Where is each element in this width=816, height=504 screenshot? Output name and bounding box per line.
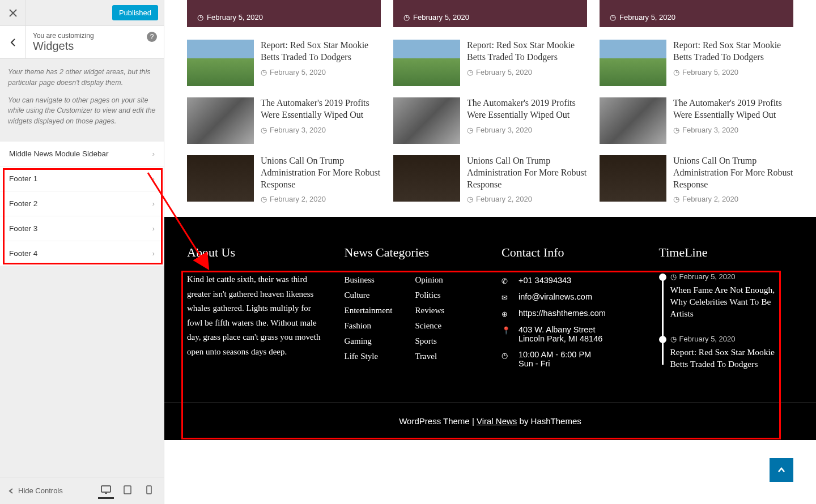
news-item[interactable]: Report: Red Sox Star Mookie Betts Traded…	[600, 40, 793, 86]
mobile-icon	[146, 485, 152, 494]
device-preview-toggles	[98, 483, 157, 499]
widget-area-list: Middle News Module Sidebar› Footer 1› Fo…	[0, 142, 164, 266]
news-item[interactable]: The Automaker's 2019 Profits Were Essent…	[393, 97, 587, 144]
news-item[interactable]: Report: Red Sox Star Mookie Betts Traded…	[393, 40, 587, 86]
chevron-right-icon: ›	[152, 224, 155, 233]
news-item[interactable]: Unions Call On Trump Administration For …	[187, 155, 381, 203]
news-item[interactable]: The Automaker's 2019 Profits Were Essent…	[187, 97, 381, 144]
contact-address: 📍403 W. Albany StreetLincoln Park, MI 48…	[502, 322, 636, 347]
news-thumbnail	[393, 40, 460, 86]
widget-area-footer-4[interactable]: Footer 4›	[0, 241, 164, 266]
timeline-item[interactable]: February 5, 2020 Report: Red Sox Star Mo…	[670, 335, 794, 370]
theme-link[interactable]: Viral News	[477, 416, 517, 426]
news-date: February 2, 2020	[673, 195, 793, 203]
sidebar-footer: Hide Controls	[0, 477, 164, 504]
category-link[interactable]: Gaming	[345, 334, 393, 349]
category-link[interactable]: Life Style	[345, 349, 393, 364]
close-button[interactable]	[0, 0, 26, 26]
chevron-right-icon: ›	[152, 150, 155, 158]
timeline-dot	[659, 336, 666, 343]
news-date: February 3, 2020	[261, 126, 381, 134]
news-thumbnail	[600, 40, 666, 86]
clock-icon	[673, 195, 679, 203]
back-button[interactable]	[0, 26, 26, 58]
desktop-preview-button[interactable]	[98, 483, 114, 499]
news-item[interactable]: Unions Call On Trump Administration For …	[393, 155, 587, 203]
category-link[interactable]: Science	[415, 318, 444, 334]
widget-area-footer-3[interactable]: Footer 3›	[0, 216, 164, 241]
hero-card[interactable]: February 5, 2020	[187, 0, 381, 27]
contact-email: ✉info@viralnews.com	[502, 289, 636, 305]
tablet-preview-button[interactable]	[120, 483, 135, 499]
clock-icon	[673, 68, 679, 76]
news-thumbnail	[187, 97, 254, 144]
svg-rect-0	[101, 486, 110, 492]
news-title: Report: Red Sox Star Mookie Betts Traded…	[261, 40, 381, 63]
mobile-preview-button[interactable]	[141, 483, 157, 499]
news-title: The Automaker's 2019 Profits Were Essent…	[673, 97, 793, 121]
chevron-right-icon: ›	[152, 249, 155, 258]
clock-icon	[670, 272, 677, 281]
clock-icon	[261, 68, 267, 76]
footer-contact: Contact Info ✆+01 34394343 ✉info@viralne…	[502, 245, 636, 385]
category-link[interactable]: Fashion	[345, 318, 393, 334]
hero-card[interactable]: February 5, 2020	[600, 0, 793, 27]
footer-credit: WordPress Theme | Viral News by HashThem…	[164, 402, 816, 440]
news-item[interactable]: The Automaker's 2019 Profits Were Essent…	[600, 97, 793, 144]
timeline-story-title: When Fame Are Not Enough, Why Celebritie…	[670, 284, 794, 320]
news-thumbnail	[187, 40, 254, 86]
category-link[interactable]: Opinion	[415, 272, 444, 288]
site-preview: February 5, 2020 February 5, 2020 Februa…	[164, 0, 816, 504]
sidebar-header: Published	[0, 0, 164, 26]
pin-icon: 📍	[502, 326, 511, 335]
news-item[interactable]: Report: Red Sox Star Mookie Betts Traded…	[187, 40, 381, 86]
close-icon	[9, 9, 17, 17]
widget-area-middle-news[interactable]: Middle News Module Sidebar›	[0, 142, 164, 166]
clock-icon	[261, 126, 267, 134]
footer-contact-title: Contact Info	[502, 245, 636, 260]
help-button[interactable]: ?	[147, 32, 157, 42]
svg-rect-2	[147, 486, 151, 494]
category-link[interactable]: Business	[345, 272, 393, 288]
news-date: February 5, 2020	[467, 68, 587, 76]
clock-icon	[467, 126, 473, 134]
widget-area-footer-1[interactable]: Footer 1›	[0, 166, 164, 191]
category-link[interactable]: Reviews	[415, 303, 444, 318]
news-title: Unions Call On Trump Administration For …	[467, 155, 587, 190]
category-link[interactable]: Travel	[415, 349, 444, 364]
category-link[interactable]: Culture	[345, 288, 393, 303]
publish-button[interactable]: Published	[112, 5, 158, 20]
footer-about: About Us Kind let cattle sixth, their wa…	[187, 245, 322, 385]
collapse-icon	[7, 487, 15, 495]
widget-area-footer-2[interactable]: Footer 2›	[0, 191, 164, 216]
customizing-label: You are customizing	[33, 32, 157, 40]
chevron-up-icon	[777, 467, 785, 473]
hide-controls-button[interactable]: Hide Controls	[7, 486, 98, 495]
section-header: You are customizing Widgets ?	[0, 26, 164, 59]
desktop-icon	[101, 485, 111, 494]
contact-hours: ◷10:00 AM - 6:00 PMSun - Fri	[502, 347, 636, 371]
timeline-date: February 5, 2020	[670, 335, 794, 343]
category-link[interactable]: Entertainment	[345, 303, 393, 318]
clock-icon	[610, 13, 616, 22]
clock-icon	[670, 335, 677, 343]
news-date: February 5, 2020	[673, 68, 793, 76]
timeline-item[interactable]: February 5, 2020 When Fame Are Not Enoug…	[670, 272, 794, 320]
category-link[interactable]: Politics	[415, 288, 444, 303]
news-date: February 5, 2020	[261, 68, 381, 76]
contact-url[interactable]: ⊕https://hashthemes.com	[502, 305, 636, 322]
footer-categories-title: News Categories	[345, 245, 479, 260]
footer-about-text: Kind let cattle sixth, their was third g…	[187, 272, 322, 359]
news-thumbnail	[393, 155, 460, 202]
news-title: Report: Red Sox Star Mookie Betts Traded…	[673, 40, 793, 63]
clock-icon: ◷	[502, 351, 511, 360]
category-link[interactable]: Sports	[415, 334, 444, 349]
footer-about-title: About Us	[187, 245, 322, 260]
hero-card[interactable]: February 5, 2020	[393, 0, 587, 27]
news-thumbnail	[600, 155, 666, 202]
scroll-to-top-button[interactable]	[770, 458, 793, 482]
news-item[interactable]: Unions Call On Trump Administration For …	[600, 155, 793, 203]
chevron-right-icon: ›	[152, 199, 155, 208]
timeline-story-title: Report: Red Sox Star Mookie Betts Traded…	[670, 347, 794, 370]
chevron-right-icon: ›	[152, 174, 155, 183]
